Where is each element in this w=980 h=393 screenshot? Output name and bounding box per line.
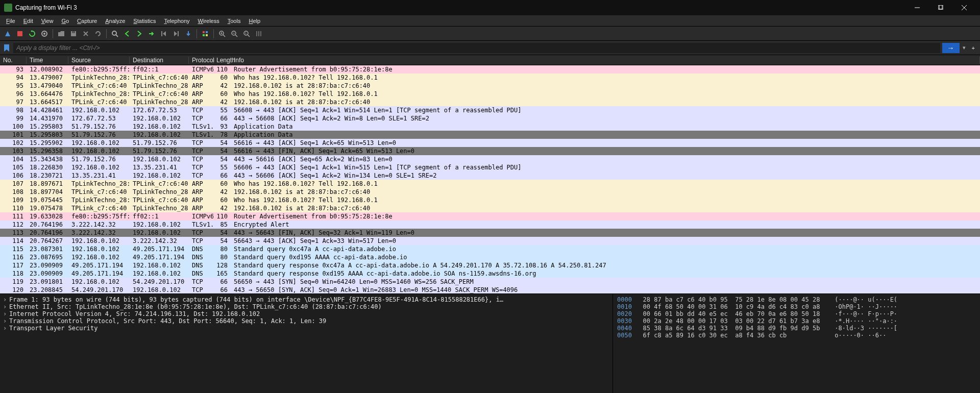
packet-row[interactable]: 11923.091801192.168.0.10254.249.201.170T… <box>0 278 980 286</box>
packet-details-pane[interactable]: ›Frame 1: 93 bytes on wire (744 bits), 9… <box>0 294 612 393</box>
capture-options-button[interactable] <box>39 28 50 39</box>
packet-row[interactable]: 9613.664476TpLinkTechno_28:1e:…TPLink_c7… <box>0 90 980 98</box>
packet-row[interactable]: 11420.764267192.168.0.1023.222.142.32TCP… <box>0 237 980 245</box>
packet-row[interactable]: 11220.7641963.222.142.32192.168.0.102TLS… <box>0 220 980 229</box>
column-no[interactable]: No. <box>0 57 27 64</box>
packet-row[interactable]: 11623.087695192.168.0.10249.205.171.194D… <box>0 253 980 261</box>
column-destination[interactable]: Destination <box>130 57 189 64</box>
column-time[interactable]: Time <box>27 57 68 64</box>
svg-rect-2 <box>939 5 943 9</box>
apply-filter-button[interactable]: → <box>942 43 960 53</box>
svg-line-13 <box>116 35 118 37</box>
svg-text:1: 1 <box>245 32 247 35</box>
menubar: FileEditViewGoCaptureAnalyzeStatisticsTe… <box>0 15 980 27</box>
detail-tree-item[interactable]: ›Internet Protocol Version 4, Src: 74.21… <box>3 310 609 317</box>
packet-row[interactable]: 9312.008902fe80::b295:75ff:fe2…ff02::1IC… <box>0 65 980 73</box>
packet-list[interactable]: 9312.008902fe80::b295:75ff:fe2…ff02::1IC… <box>0 65 980 293</box>
svg-rect-1 <box>938 5 942 9</box>
packet-row[interactable]: 10215.295902192.168.0.10251.79.152.76TCP… <box>0 139 980 147</box>
packet-row[interactable]: 10115.29580351.79.152.76192.168.0.102TLS… <box>0 131 980 139</box>
filter-add-button[interactable]: + <box>969 44 978 52</box>
packet-bytes-pane[interactable]: 0000 28 87 ba c7 c6 40 b0 95 75 28 1e 8e… <box>612 294 980 393</box>
start-capture-button[interactable] <box>2 28 13 39</box>
expand-caret-icon[interactable]: › <box>3 303 9 310</box>
menu-view[interactable]: View <box>37 17 58 25</box>
menu-statistics[interactable]: Statistics <box>129 17 160 25</box>
packet-row[interactable]: 11723.09090949.205.171.194192.168.0.102D… <box>0 261 980 269</box>
maximize-button[interactable] <box>929 0 952 15</box>
autoscroll-button[interactable] <box>183 28 194 39</box>
detail-tree-item[interactable]: ›Transport Layer Security <box>3 325 609 332</box>
find-packet-button[interactable] <box>109 28 120 39</box>
menu-go[interactable]: Go <box>57 17 73 25</box>
goto-last-button[interactable] <box>170 28 182 39</box>
menu-help[interactable]: Help <box>244 17 264 25</box>
expand-caret-icon[interactable]: › <box>3 317 9 325</box>
app-icon <box>4 4 12 12</box>
menu-edit[interactable]: Edit <box>19 17 37 25</box>
menu-tools[interactable]: Tools <box>224 17 245 25</box>
menu-telephony[interactable]: Telephony <box>160 17 193 25</box>
packet-row[interactable]: 11119.633028fe80::b295:75ff:fe2…ff02::1I… <box>0 212 980 220</box>
expand-caret-icon[interactable]: › <box>3 296 9 303</box>
menu-capture[interactable]: Capture <box>73 17 101 25</box>
column-length[interactable]: Length <box>213 57 231 64</box>
separator <box>197 29 197 38</box>
packet-row[interactable]: 10415.34343851.79.152.76192.168.0.102TCP… <box>0 155 980 163</box>
packet-row[interactable]: 10618.23072113.35.231.41192.168.0.102TCP… <box>0 171 980 180</box>
packet-row[interactable]: 12023.20884554.249.201.170192.168.0.102T… <box>0 286 980 293</box>
packet-row[interactable]: 10015.29580351.79.152.76192.168.0.102TLS… <box>0 122 980 131</box>
packet-row[interactable]: 10315.296358192.168.0.10251.79.152.76TCP… <box>0 147 980 155</box>
packet-row[interactable]: 9713.664517TPLink_c7:c6:40TpLinkTechno_2… <box>0 98 980 106</box>
save-file-button[interactable] <box>68 28 79 39</box>
packet-row[interactable]: 9814.428461192.168.0.102172.67.72.53TCP5… <box>0 106 980 114</box>
resize-columns-button[interactable] <box>253 28 264 39</box>
go-forward-button[interactable] <box>134 28 145 39</box>
zoom-out-button[interactable] <box>229 28 240 39</box>
packet-list-header[interactable]: No. Time Source Destination Protocol Len… <box>0 55 980 65</box>
minimize-button[interactable] <box>905 0 929 15</box>
column-info[interactable]: Info <box>231 57 980 64</box>
close-file-button[interactable] <box>80 28 91 39</box>
stop-capture-button[interactable] <box>14 28 26 39</box>
packet-row[interactable]: 10818.897704TPLink_c7:c6:40TpLinkTechno_… <box>0 188 980 196</box>
packet-row[interactable]: 10919.075445TpLinkTechno_28:1e:…TPLink_c… <box>0 196 980 204</box>
bookmark-icon[interactable] <box>2 43 11 53</box>
detail-tree-item[interactable]: ›Transmission Control Protocol, Src Port… <box>3 317 609 325</box>
svg-point-7 <box>43 33 45 35</box>
toolbar: 1 <box>0 27 980 41</box>
menu-analyze[interactable]: Analyze <box>101 17 129 25</box>
detail-tree-item[interactable]: ›Ethernet II, Src: TpLinkTechno_28:1e:8e… <box>3 303 609 310</box>
close-button[interactable] <box>952 0 976 15</box>
packet-row[interactable]: 11523.087301192.168.0.10249.205.171.194D… <box>0 245 980 253</box>
packet-row[interactable]: 10718.897671TpLinkTechno_28:1e:…TPLink_c… <box>0 180 980 188</box>
separator <box>213 29 214 38</box>
menu-file[interactable]: File <box>2 17 19 25</box>
packet-row[interactable]: 9513.479040TPLink_c7:c6:40TpLinkTechno_2… <box>0 82 980 90</box>
column-protocol[interactable]: Protocol <box>189 57 213 64</box>
zoom-in-button[interactable] <box>216 28 228 39</box>
column-source[interactable]: Source <box>68 57 130 64</box>
menu-wireless[interactable]: Wireless <box>194 17 224 25</box>
packet-row[interactable]: 9413.479007TpLinkTechno_28:1e:…TPLink_c7… <box>0 73 980 82</box>
restart-capture-button[interactable] <box>27 28 38 39</box>
go-back-button[interactable] <box>121 28 133 39</box>
goto-packet-button[interactable] <box>146 28 157 39</box>
colorize-button[interactable] <box>200 28 211 39</box>
zoom-reset-button[interactable]: 1 <box>241 28 252 39</box>
packet-row[interactable]: 9914.431970172.67.72.53192.168.0.102TCP6… <box>0 114 980 122</box>
display-filter-input[interactable] <box>13 43 940 53</box>
filter-expression-button[interactable]: ▾ <box>960 43 969 52</box>
svg-rect-18 <box>203 34 205 36</box>
detail-tree-item[interactable]: ›Frame 1: 93 bytes on wire (744 bits), 9… <box>3 296 609 303</box>
packet-row[interactable]: 11320.7641963.222.142.32192.168.0.102TCP… <box>0 229 980 237</box>
open-file-button[interactable] <box>56 28 67 39</box>
packet-row[interactable]: 11823.09090949.205.171.194192.168.0.102D… <box>0 269 980 278</box>
goto-first-button[interactable] <box>158 28 169 39</box>
expand-caret-icon[interactable]: › <box>3 325 9 332</box>
packet-row[interactable]: 10518.226830192.168.0.10213.35.231.41TCP… <box>0 163 980 171</box>
reload-button[interactable] <box>92 28 104 39</box>
expand-caret-icon[interactable]: › <box>3 310 9 317</box>
svg-line-23 <box>223 35 225 37</box>
packet-row[interactable]: 11019.075478TPLink_c7:c6:40TpLinkTechno_… <box>0 204 980 212</box>
